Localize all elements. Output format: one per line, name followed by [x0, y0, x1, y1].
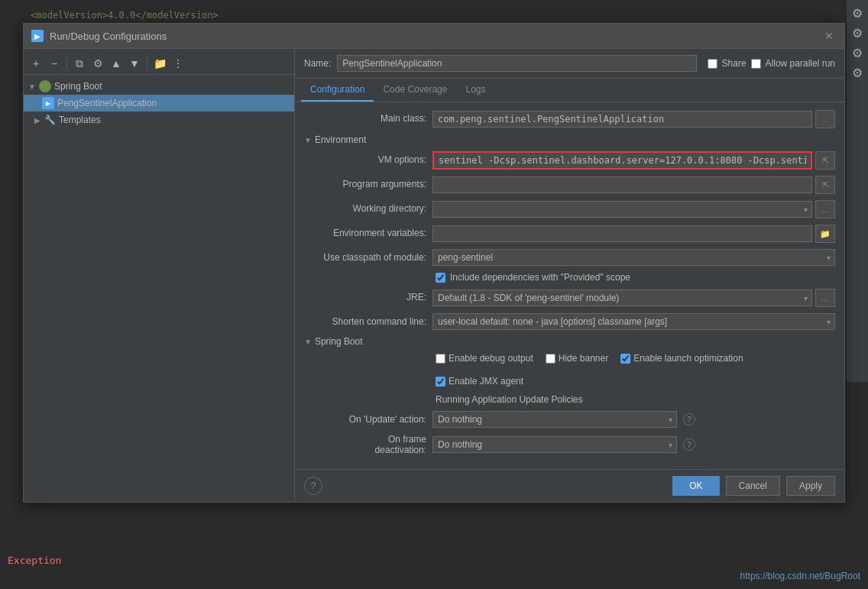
- env-expand-arrow: ▼: [304, 136, 312, 144]
- dialog-overlay: ▶ Run/Debug Configurations ✕ + − ⧉ ⚙ ▲ ▼…: [23, 23, 845, 566]
- remove-config-button[interactable]: −: [47, 56, 62, 71]
- shorten-cmd-select[interactable]: user-local default: none - java [options…: [432, 313, 835, 330]
- program-args-wrap: ⇱: [432, 176, 835, 194]
- hide-banner-item: Hide banner: [546, 353, 608, 364]
- enable-jmx-checkbox[interactable]: [436, 377, 445, 387]
- allow-parallel-label: Allow parallel run: [766, 58, 835, 69]
- more-button[interactable]: ⋮: [170, 56, 186, 71]
- sidebar-icon-3[interactable]: ⚙: [848, 44, 866, 62]
- main-class-input[interactable]: [432, 111, 812, 128]
- main-class-wrap: …: [432, 110, 835, 128]
- app-config-item[interactable]: ▶ PengSentinelApplication: [24, 95, 294, 112]
- env-vars-label: Environment variables:: [304, 225, 426, 238]
- copy-config-button[interactable]: ⧉: [72, 56, 87, 71]
- folder-button[interactable]: 📁: [152, 56, 167, 71]
- spring-boot-label: Spring Boot: [54, 81, 102, 92]
- spring-boot-section: ▼ Spring Boot Enable debug output Hide b…: [304, 336, 835, 455]
- on-update-select[interactable]: Do nothing Update classes and resources …: [432, 411, 677, 428]
- program-args-label: Program arguments:: [304, 176, 426, 189]
- on-frame-row: On frame deactivation: Do nothing Update…: [304, 434, 835, 455]
- classpath-select[interactable]: peng-sentinel: [432, 249, 835, 266]
- name-row: Name: Share Allow parallel run: [295, 49, 844, 79]
- tree-panel: + − ⧉ ⚙ ▲ ▼ 📁 ⋮ ▼ 🌿 Spring Boot: [24, 49, 295, 502]
- env-vars-input[interactable]: [432, 225, 812, 242]
- spring-boot-checkboxes-row: Enable debug output Hide banner Enable l…: [304, 353, 835, 387]
- dialog-actions: OK Cancel Apply: [672, 476, 835, 496]
- apply-button[interactable]: Apply: [786, 476, 835, 496]
- run-debug-dialog: ▶ Run/Debug Configurations ✕ + − ⧉ ⚙ ▲ ▼…: [23, 23, 845, 503]
- program-args-input[interactable]: [432, 176, 812, 193]
- config-panel: Name: Share Allow parallel run Configura…: [295, 49, 844, 502]
- jre-browse-button[interactable]: …: [815, 289, 835, 307]
- sidebar-icon-1[interactable]: ⚙: [848, 4, 866, 22]
- hide-banner-checkbox[interactable]: [546, 354, 555, 364]
- spring-boot-expand-arrow: ▼: [304, 338, 312, 346]
- dialog-close-button[interactable]: ✕: [821, 28, 837, 44]
- vm-options-row: VM options: ⇱: [304, 151, 835, 170]
- policies-header: Running Application Update Policies: [304, 394, 835, 405]
- env-vars-browse-button[interactable]: 📁: [815, 225, 835, 243]
- cancel-button[interactable]: Cancel: [726, 476, 780, 496]
- settings-button[interactable]: ⚙: [90, 56, 105, 71]
- form-area: Main class: … ▼ Environment VM options:: [295, 102, 844, 469]
- vm-options-input[interactable]: [432, 151, 812, 170]
- on-update-label: On 'Update' action:: [304, 414, 426, 425]
- move-down-button[interactable]: ▼: [127, 56, 142, 71]
- right-sidebar: ⚙ ⚙ ⚙ ⚙: [847, 0, 868, 382]
- share-checkbox[interactable]: [708, 59, 717, 69]
- dialog-body: + − ⧉ ⚙ ▲ ▼ 📁 ⋮ ▼ 🌿 Spring Boot: [24, 49, 844, 502]
- dialog-help-button[interactable]: ?: [304, 477, 322, 495]
- sidebar-icon-4[interactable]: ⚙: [848, 63, 866, 82]
- enable-launch-label: Enable launch optimization: [633, 353, 743, 364]
- code-line-1: <modelVersion>4.0.0</modelVersion>: [31, 8, 229, 23]
- templates-label: Templates: [59, 115, 101, 125]
- working-dir-label: Working directory:: [304, 200, 426, 214]
- vm-options-expand-button[interactable]: ⇱: [815, 151, 835, 170]
- jre-select[interactable]: Default (1.8 - SDK of 'peng-sentinel' mo…: [432, 290, 812, 306]
- sidebar-icon-2[interactable]: ⚙: [848, 24, 866, 42]
- working-dir-input[interactable]: [432, 201, 812, 218]
- env-vars-wrap: 📁: [432, 225, 835, 243]
- main-class-label: Main class:: [304, 110, 426, 124]
- on-frame-select-wrap: Do nothing Update classes and resources …: [432, 436, 677, 453]
- enable-jmx-label: Enable JMX agent: [449, 376, 523, 387]
- enable-jmx-item: Enable JMX agent: [436, 376, 523, 387]
- classpath-select-wrap: peng-sentinel ▾: [432, 249, 835, 266]
- shorten-cmd-select-wrap: user-local default: none - java [options…: [432, 313, 835, 330]
- jre-wrap: Default (1.8 - SDK of 'peng-sentinel' mo…: [432, 289, 835, 307]
- move-up-button[interactable]: ▲: [108, 56, 124, 71]
- include-deps-label: Include dependencies with "Provided" sco…: [450, 272, 630, 283]
- templates-arrow: ▶: [34, 116, 40, 125]
- enable-launch-checkbox[interactable]: [620, 354, 630, 364]
- working-dir-row: Working directory: ▾ …: [304, 200, 835, 218]
- on-frame-help-icon[interactable]: ?: [683, 439, 695, 451]
- working-dir-browse-button[interactable]: …: [815, 200, 835, 218]
- tab-logs[interactable]: Logs: [456, 79, 494, 102]
- classpath-wrap: peng-sentinel ▾: [432, 249, 835, 266]
- jre-select-wrap: Default (1.8 - SDK of 'peng-sentinel' mo…: [432, 290, 812, 306]
- env-vars-row: Environment variables: 📁: [304, 225, 835, 243]
- templates-icon: 🔧: [44, 114, 56, 126]
- add-config-button[interactable]: +: [28, 56, 44, 71]
- main-class-row: Main class: …: [304, 110, 835, 128]
- dialog-title: Run/Debug Configurations: [50, 31, 815, 42]
- main-class-browse-button[interactable]: …: [815, 110, 835, 128]
- on-update-help-icon[interactable]: ?: [683, 413, 695, 426]
- vm-options-wrap: ⇱: [432, 151, 835, 170]
- spring-boot-section[interactable]: ▼ 🌿 Spring Boot: [24, 78, 294, 95]
- tabs-bar: Configuration Code Coverage Logs: [295, 79, 844, 102]
- app-config-label: PengSentinelApplication: [57, 98, 157, 108]
- tab-code-coverage[interactable]: Code Coverage: [374, 79, 456, 102]
- on-update-row: On 'Update' action: Do nothing Update cl…: [304, 411, 835, 428]
- templates-section[interactable]: ▶ 🔧 Templates: [24, 112, 294, 128]
- allow-parallel-checkbox[interactable]: [751, 59, 761, 69]
- include-deps-checkbox[interactable]: [436, 273, 445, 283]
- enable-debug-checkbox[interactable]: [436, 354, 445, 364]
- program-args-expand-button[interactable]: ⇱: [815, 176, 835, 194]
- program-args-row: Program arguments: ⇱: [304, 176, 835, 194]
- tab-configuration[interactable]: Configuration: [301, 79, 374, 102]
- name-input[interactable]: [337, 55, 696, 72]
- ok-button[interactable]: OK: [672, 476, 719, 496]
- on-frame-select[interactable]: Do nothing Update classes and resources …: [432, 436, 677, 453]
- toolbar-separator: [66, 57, 67, 70]
